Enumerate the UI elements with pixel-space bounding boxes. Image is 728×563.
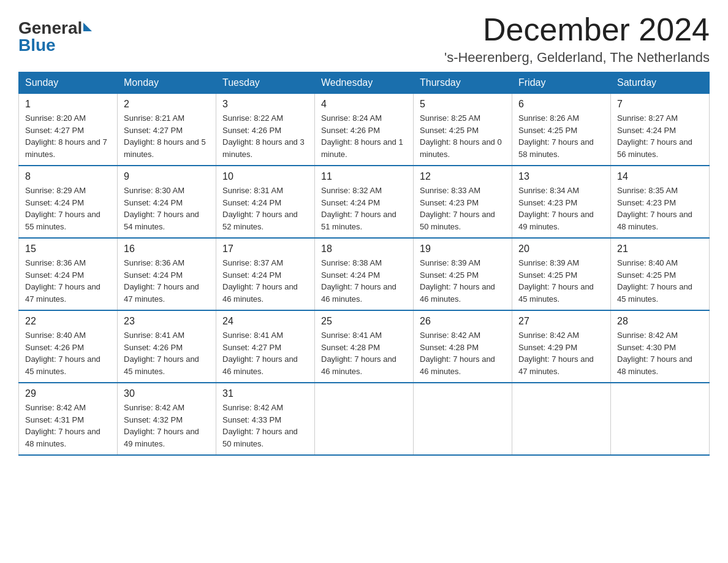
day-info: Sunrise: 8:42 AM Sunset: 4:30 PM Dayligh… xyxy=(617,329,703,377)
day-number: 2 xyxy=(124,99,210,110)
day-number: 25 xyxy=(321,316,407,327)
day-info: Sunrise: 8:27 AM Sunset: 4:24 PM Dayligh… xyxy=(617,112,703,160)
day-info: Sunrise: 8:41 AM Sunset: 4:26 PM Dayligh… xyxy=(124,329,210,377)
calendar-cell: 28 Sunrise: 8:42 AM Sunset: 4:30 PM Dayl… xyxy=(611,310,710,383)
day-number: 4 xyxy=(321,99,407,110)
calendar-cell: 31 Sunrise: 8:42 AM Sunset: 4:33 PM Dayl… xyxy=(216,383,315,455)
day-number: 20 xyxy=(518,243,604,255)
day-number: 27 xyxy=(518,316,604,327)
day-info: Sunrise: 8:31 AM Sunset: 4:24 PM Dayligh… xyxy=(222,185,308,232)
day-info: Sunrise: 8:24 AM Sunset: 4:26 PM Dayligh… xyxy=(321,112,407,160)
calendar-cell: 22 Sunrise: 8:40 AM Sunset: 4:26 PM Dayl… xyxy=(19,310,118,383)
day-info: Sunrise: 8:37 AM Sunset: 4:24 PM Dayligh… xyxy=(222,257,308,305)
day-info: Sunrise: 8:41 AM Sunset: 4:27 PM Dayligh… xyxy=(222,329,308,377)
day-number: 9 xyxy=(124,171,210,182)
day-info: Sunrise: 8:21 AM Sunset: 4:27 PM Dayligh… xyxy=(124,112,210,160)
calendar-cell: 29 Sunrise: 8:42 AM Sunset: 4:31 PM Dayl… xyxy=(19,383,118,455)
day-info: Sunrise: 8:40 AM Sunset: 4:25 PM Dayligh… xyxy=(617,257,703,305)
day-number: 30 xyxy=(124,388,210,399)
calendar-cell: 4 Sunrise: 8:24 AM Sunset: 4:26 PM Dayli… xyxy=(315,94,414,166)
page-header: General Blue December 2024 's-Heerenberg… xyxy=(18,12,710,66)
day-number: 23 xyxy=(124,316,210,327)
day-info: Sunrise: 8:36 AM Sunset: 4:24 PM Dayligh… xyxy=(25,257,111,305)
logo-blue: Blue xyxy=(18,36,56,55)
calendar-week-4: 22 Sunrise: 8:40 AM Sunset: 4:26 PM Dayl… xyxy=(19,310,710,383)
calendar-cell: 23 Sunrise: 8:41 AM Sunset: 4:26 PM Dayl… xyxy=(118,310,216,383)
calendar-cell: 9 Sunrise: 8:30 AM Sunset: 4:24 PM Dayli… xyxy=(118,166,216,238)
header-saturday: Saturday xyxy=(611,72,710,94)
day-number: 31 xyxy=(222,388,308,399)
logo: General Blue xyxy=(18,18,92,55)
day-number: 6 xyxy=(518,99,604,110)
calendar-cell: 2 Sunrise: 8:21 AM Sunset: 4:27 PM Dayli… xyxy=(118,94,216,166)
calendar-cell: 3 Sunrise: 8:22 AM Sunset: 4:26 PM Dayli… xyxy=(216,94,315,166)
day-number: 3 xyxy=(222,99,308,110)
day-info: Sunrise: 8:42 AM Sunset: 4:33 PM Dayligh… xyxy=(222,402,308,450)
day-number: 15 xyxy=(25,243,111,255)
day-number: 11 xyxy=(321,171,407,182)
day-number: 22 xyxy=(25,316,111,327)
day-number: 12 xyxy=(420,171,506,182)
day-info: Sunrise: 8:34 AM Sunset: 4:23 PM Dayligh… xyxy=(518,185,604,232)
day-number: 19 xyxy=(420,243,506,255)
header-wednesday: Wednesday xyxy=(315,72,414,94)
header-sunday: Sunday xyxy=(19,72,118,94)
day-number: 21 xyxy=(617,243,703,255)
day-number: 13 xyxy=(518,171,604,182)
day-info: Sunrise: 8:29 AM Sunset: 4:24 PM Dayligh… xyxy=(25,185,111,232)
day-info: Sunrise: 8:38 AM Sunset: 4:24 PM Dayligh… xyxy=(321,257,407,305)
calendar-cell: 13 Sunrise: 8:34 AM Sunset: 4:23 PM Dayl… xyxy=(512,166,611,238)
calendar-cell xyxy=(315,383,414,455)
day-info: Sunrise: 8:35 AM Sunset: 4:23 PM Dayligh… xyxy=(617,185,703,232)
day-info: Sunrise: 8:25 AM Sunset: 4:25 PM Dayligh… xyxy=(420,112,506,160)
month-title: December 2024 xyxy=(444,12,710,47)
calendar-cell xyxy=(414,383,512,455)
day-info: Sunrise: 8:41 AM Sunset: 4:28 PM Dayligh… xyxy=(321,329,407,377)
calendar-cell xyxy=(512,383,611,455)
header-friday: Friday xyxy=(512,72,611,94)
calendar-table: SundayMondayTuesdayWednesdayThursdayFrid… xyxy=(18,72,710,456)
calendar-cell: 11 Sunrise: 8:32 AM Sunset: 4:24 PM Dayl… xyxy=(315,166,414,238)
day-info: Sunrise: 8:32 AM Sunset: 4:24 PM Dayligh… xyxy=(321,185,407,232)
calendar-cell: 7 Sunrise: 8:27 AM Sunset: 4:24 PM Dayli… xyxy=(611,94,710,166)
calendar-cell: 5 Sunrise: 8:25 AM Sunset: 4:25 PM Dayli… xyxy=(414,94,512,166)
calendar-cell: 17 Sunrise: 8:37 AM Sunset: 4:24 PM Dayl… xyxy=(216,238,315,310)
location-title: 's-Heerenberg, Gelderland, The Netherlan… xyxy=(444,50,710,66)
day-info: Sunrise: 8:40 AM Sunset: 4:26 PM Dayligh… xyxy=(25,329,111,377)
day-info: Sunrise: 8:42 AM Sunset: 4:28 PM Dayligh… xyxy=(420,329,506,377)
calendar-week-1: 1 Sunrise: 8:20 AM Sunset: 4:27 PM Dayli… xyxy=(19,94,710,166)
header-thursday: Thursday xyxy=(414,72,512,94)
day-info: Sunrise: 8:42 AM Sunset: 4:29 PM Dayligh… xyxy=(518,329,604,377)
day-number: 28 xyxy=(617,316,703,327)
calendar-cell: 24 Sunrise: 8:41 AM Sunset: 4:27 PM Dayl… xyxy=(216,310,315,383)
day-info: Sunrise: 8:36 AM Sunset: 4:24 PM Dayligh… xyxy=(124,257,210,305)
calendar-week-2: 8 Sunrise: 8:29 AM Sunset: 4:24 PM Dayli… xyxy=(19,166,710,238)
header-monday: Monday xyxy=(118,72,216,94)
calendar-cell: 25 Sunrise: 8:41 AM Sunset: 4:28 PM Dayl… xyxy=(315,310,414,383)
calendar-cell: 10 Sunrise: 8:31 AM Sunset: 4:24 PM Dayl… xyxy=(216,166,315,238)
calendar-cell: 15 Sunrise: 8:36 AM Sunset: 4:24 PM Dayl… xyxy=(19,238,118,310)
day-info: Sunrise: 8:22 AM Sunset: 4:26 PM Dayligh… xyxy=(222,112,308,160)
day-number: 17 xyxy=(222,243,308,255)
day-number: 29 xyxy=(25,388,111,399)
day-number: 24 xyxy=(222,316,308,327)
day-number: 5 xyxy=(420,99,506,110)
calendar-cell: 20 Sunrise: 8:39 AM Sunset: 4:25 PM Dayl… xyxy=(512,238,611,310)
calendar-cell: 8 Sunrise: 8:29 AM Sunset: 4:24 PM Dayli… xyxy=(19,166,118,238)
day-number: 14 xyxy=(617,171,703,182)
calendar-week-3: 15 Sunrise: 8:36 AM Sunset: 4:24 PM Dayl… xyxy=(19,238,710,310)
day-info: Sunrise: 8:42 AM Sunset: 4:32 PM Dayligh… xyxy=(124,402,210,450)
calendar-cell: 18 Sunrise: 8:38 AM Sunset: 4:24 PM Dayl… xyxy=(315,238,414,310)
day-number: 16 xyxy=(124,243,210,255)
calendar-cell: 30 Sunrise: 8:42 AM Sunset: 4:32 PM Dayl… xyxy=(118,383,216,455)
calendar-cell: 1 Sunrise: 8:20 AM Sunset: 4:27 PM Dayli… xyxy=(19,94,118,166)
logo-arrow-icon xyxy=(83,23,92,31)
calendar-cell: 26 Sunrise: 8:42 AM Sunset: 4:28 PM Dayl… xyxy=(414,310,512,383)
calendar-cell: 21 Sunrise: 8:40 AM Sunset: 4:25 PM Dayl… xyxy=(611,238,710,310)
title-block: December 2024 's-Heerenberg, Gelderland,… xyxy=(444,12,710,66)
header-tuesday: Tuesday xyxy=(216,72,315,94)
day-number: 7 xyxy=(617,99,703,110)
calendar-cell: 12 Sunrise: 8:33 AM Sunset: 4:23 PM Dayl… xyxy=(414,166,512,238)
calendar-cell xyxy=(611,383,710,455)
day-info: Sunrise: 8:30 AM Sunset: 4:24 PM Dayligh… xyxy=(124,185,210,232)
